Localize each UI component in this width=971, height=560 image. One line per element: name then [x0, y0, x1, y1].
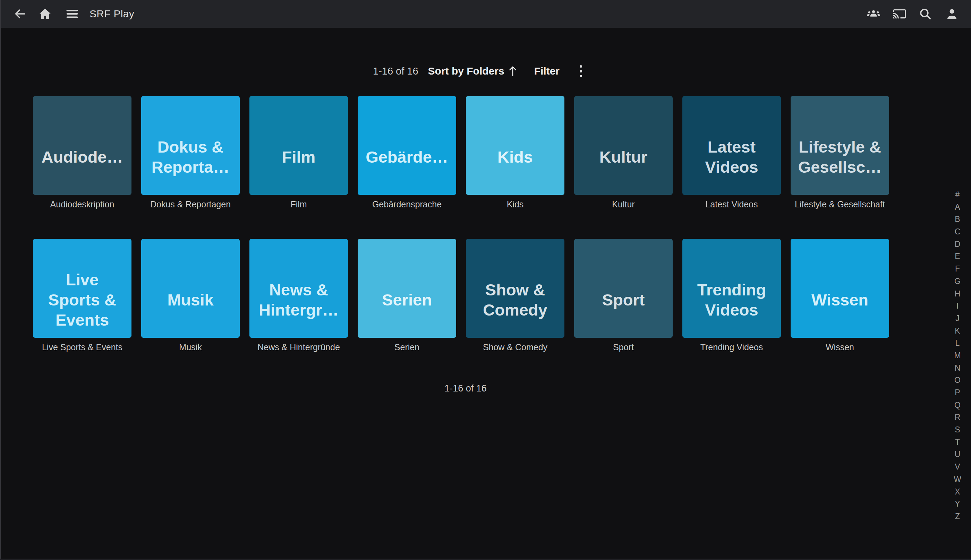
alphabet-letter[interactable]: L: [955, 339, 960, 347]
library-card: Trending Videos Trending Videos: [682, 239, 781, 352]
alphabet-letter[interactable]: P: [955, 388, 960, 397]
folder-tile[interactable]: Wissen: [791, 239, 889, 338]
tile-title: Sports &: [48, 290, 116, 310]
folder-tile[interactable]: Serien: [358, 239, 456, 338]
tile-caption[interactable]: Live Sports & Events: [33, 342, 132, 352]
tile-title: Film: [282, 147, 316, 167]
left-edge-strip: [0, 0, 1, 560]
tile-caption[interactable]: Lifestyle & Gesellschaft: [791, 199, 889, 210]
tile-caption[interactable]: News & Hintergründe: [249, 342, 348, 352]
alphabet-letter[interactable]: I: [956, 302, 959, 310]
tile-title: Show &: [486, 280, 545, 300]
alphabet-letter[interactable]: E: [955, 252, 960, 260]
folder-tile[interactable]: Gebärde…: [358, 96, 456, 195]
folder-tile[interactable]: Film: [249, 96, 348, 195]
alphabet-letter[interactable]: W: [954, 475, 961, 483]
tile-title: Wissen: [811, 290, 868, 310]
folder-tile[interactable]: Live Sports & Events: [33, 239, 132, 338]
tile-caption[interactable]: Trending Videos: [682, 342, 781, 352]
alphabet-letter[interactable]: C: [955, 227, 961, 236]
alphabet-letter[interactable]: K: [955, 327, 960, 335]
folder-tile[interactable]: Dokus & Reporta…: [141, 96, 240, 195]
alphabet-letter[interactable]: J: [955, 314, 959, 322]
alphabet-picker: # A B C D E F G H I J K L M N O P Q R S …: [948, 190, 967, 520]
tile-caption[interactable]: Serien: [358, 342, 456, 352]
tile-title: Videos: [705, 157, 758, 177]
library-card: Wissen Wissen: [791, 239, 889, 352]
alphabet-letter[interactable]: V: [955, 463, 960, 471]
alphabet-letter[interactable]: O: [954, 376, 961, 384]
app-screen: SRF Play 1-16 of 16 Sort by Folders: [0, 0, 971, 560]
folder-tile[interactable]: Audiode…: [33, 96, 132, 195]
alphabet-letter[interactable]: S: [955, 425, 960, 434]
cast-icon[interactable]: [893, 7, 906, 21]
library-card: Serien Serien: [358, 239, 456, 352]
alphabet-letter[interactable]: H: [955, 290, 961, 298]
alphabet-letter[interactable]: F: [955, 265, 960, 273]
search-icon[interactable]: [918, 7, 932, 21]
alphabet-letter[interactable]: M: [954, 351, 961, 360]
tile-title: Lifestyle &: [799, 137, 881, 157]
folder-tile[interactable]: News & Hintergr…: [249, 239, 348, 338]
tile-caption[interactable]: Musik: [141, 342, 240, 352]
alphabet-letter[interactable]: B: [955, 215, 960, 223]
folder-tile[interactable]: Musik: [141, 239, 240, 338]
folder-tile[interactable]: Sport: [574, 239, 672, 338]
tile-caption[interactable]: Kids: [466, 199, 564, 210]
tile-caption[interactable]: Sport: [574, 342, 672, 352]
back-arrow-icon[interactable]: [13, 7, 27, 21]
tile-caption[interactable]: Kultur: [574, 199, 672, 210]
alphabet-letter[interactable]: A: [955, 203, 960, 211]
user-profile-icon[interactable]: [945, 7, 959, 21]
tile-caption[interactable]: Show & Comedy: [466, 342, 564, 352]
tile-title: Musik: [167, 290, 214, 310]
library-card: Latest Videos Latest Videos: [682, 96, 781, 210]
alphabet-letter[interactable]: R: [955, 413, 961, 421]
alphabet-letter[interactable]: G: [954, 277, 961, 285]
library-card: News & Hintergr… News & Hintergründe: [249, 239, 348, 352]
alphabet-letter[interactable]: #: [955, 190, 960, 199]
tile-caption[interactable]: Film: [249, 199, 348, 210]
tile-title: News &: [269, 280, 328, 300]
syncplay-group-icon[interactable]: [867, 7, 881, 21]
alphabet-letter[interactable]: N: [955, 364, 961, 372]
tile-title: Videos: [705, 300, 758, 320]
alphabet-letter[interactable]: X: [955, 488, 960, 496]
alphabet-letter[interactable]: D: [955, 240, 961, 248]
alphabet-letter[interactable]: Q: [954, 401, 961, 409]
tile-title: Audiode…: [42, 147, 123, 167]
home-icon[interactable]: [38, 7, 52, 21]
folder-tile[interactable]: Kids: [466, 96, 564, 195]
tile-title: Hintergr…: [259, 300, 339, 320]
alphabet-letter[interactable]: Y: [955, 500, 960, 508]
alphabet-letter[interactable]: Z: [955, 512, 960, 520]
sort-button[interactable]: Sort by Folders: [428, 65, 518, 77]
library-card: Show & Comedy Show & Comedy: [466, 239, 564, 352]
bottom-edge-strip: [0, 558, 971, 560]
library-card: Sport Sport: [574, 239, 672, 352]
tile-caption[interactable]: Audiodeskription: [33, 199, 132, 210]
kebab-menu-icon[interactable]: [576, 62, 586, 80]
tile-caption[interactable]: Dokus & Reportagen: [141, 199, 240, 210]
library-card: Audiode… Audiodeskription: [33, 96, 132, 210]
folder-tile[interactable]: Show & Comedy: [466, 239, 564, 338]
folder-tile[interactable]: Trending Videos: [682, 239, 781, 338]
menu-icon[interactable]: [65, 7, 79, 21]
folder-tile[interactable]: Lifestyle & Gesellsc…: [791, 96, 889, 195]
tile-title: Serien: [382, 290, 432, 310]
folder-tile[interactable]: Kultur: [574, 96, 672, 195]
arrow-up-icon: [507, 65, 518, 77]
tile-title: Dokus &: [157, 137, 224, 157]
filter-button[interactable]: Filter: [534, 65, 560, 77]
sort-label: Sort by Folders: [428, 65, 504, 77]
alphabet-letter[interactable]: T: [955, 438, 960, 446]
alphabet-letter[interactable]: U: [955, 450, 961, 458]
library-card: Lifestyle & Gesellsc… Lifestyle & Gesell…: [791, 96, 889, 210]
tile-caption[interactable]: Latest Videos: [682, 199, 781, 210]
folder-tile[interactable]: Latest Videos: [682, 96, 781, 195]
tile-title: Reporta…: [152, 157, 230, 177]
tile-title: Comedy: [483, 300, 547, 320]
tile-caption[interactable]: Gebärdensprache: [358, 199, 456, 210]
tile-title: Latest: [708, 137, 756, 157]
tile-caption[interactable]: Wissen: [791, 342, 889, 352]
